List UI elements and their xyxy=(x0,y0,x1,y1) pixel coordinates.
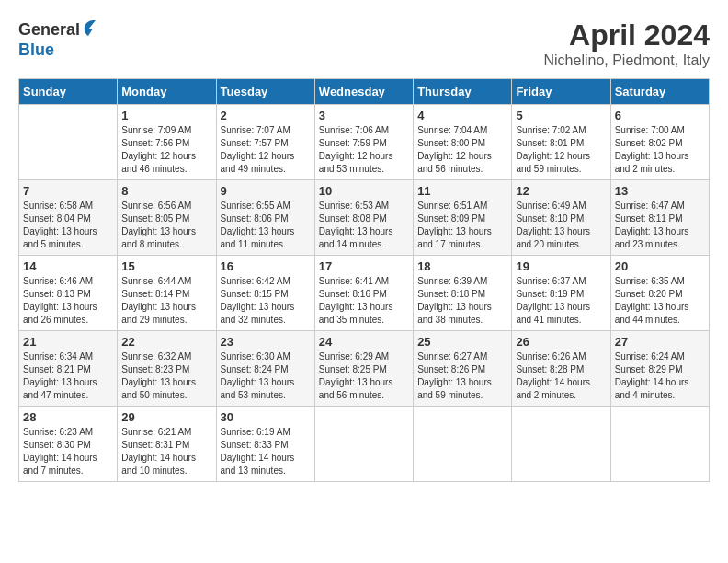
calendar-cell xyxy=(19,105,118,180)
day-info: Sunrise: 6:42 AMSunset: 8:15 PMDaylight:… xyxy=(221,275,311,327)
calendar-cell: 24Sunrise: 6:29 AMSunset: 8:25 PMDayligh… xyxy=(314,331,413,407)
calendar-week-row: 21Sunrise: 6:34 AMSunset: 8:21 PMDayligh… xyxy=(19,331,710,407)
calendar-cell: 8Sunrise: 6:56 AMSunset: 8:05 PMDaylight… xyxy=(118,180,216,256)
day-number: 27 xyxy=(615,335,705,349)
day-number: 14 xyxy=(23,259,113,273)
calendar-cell: 11Sunrise: 6:51 AMSunset: 8:09 PMDayligh… xyxy=(414,180,512,256)
day-info: Sunrise: 6:56 AMSunset: 8:05 PMDaylight:… xyxy=(121,200,211,251)
logo-general: General xyxy=(18,20,80,40)
day-info: Sunrise: 6:26 AMSunset: 8:28 PMDaylight:… xyxy=(516,350,606,402)
calendar-cell: 6Sunrise: 7:00 AMSunset: 8:02 PMDaylight… xyxy=(610,105,709,180)
calendar-cell: 25Sunrise: 6:27 AMSunset: 8:26 PMDayligh… xyxy=(414,331,512,407)
day-info: Sunrise: 6:41 AMSunset: 8:16 PMDaylight:… xyxy=(319,275,409,327)
calendar-week-row: 14Sunrise: 6:46 AMSunset: 8:13 PMDayligh… xyxy=(19,256,710,331)
day-number: 9 xyxy=(221,184,311,198)
col-wednesday: Wednesday xyxy=(314,79,413,105)
day-info: Sunrise: 6:58 AMSunset: 8:04 PMDaylight:… xyxy=(23,200,113,251)
col-tuesday: Tuesday xyxy=(216,79,314,105)
calendar-cell: 12Sunrise: 6:49 AMSunset: 8:10 PMDayligh… xyxy=(512,180,610,256)
day-number: 2 xyxy=(221,109,311,122)
calendar-cell: 18Sunrise: 6:39 AMSunset: 8:18 PMDayligh… xyxy=(414,256,512,331)
day-info: Sunrise: 6:19 AMSunset: 8:33 PMDaylight:… xyxy=(221,426,311,477)
day-info: Sunrise: 6:24 AMSunset: 8:29 PMDaylight:… xyxy=(615,350,705,402)
calendar-cell: 27Sunrise: 6:24 AMSunset: 8:29 PMDayligh… xyxy=(610,331,709,407)
day-number: 5 xyxy=(516,109,606,122)
day-info: Sunrise: 6:51 AMSunset: 8:09 PMDaylight:… xyxy=(417,200,507,251)
calendar-table: Sunday Monday Tuesday Wednesday Thursday… xyxy=(18,78,710,482)
day-number: 24 xyxy=(319,335,409,349)
day-number: 25 xyxy=(417,335,507,349)
day-info: Sunrise: 6:29 AMSunset: 8:25 PMDaylight:… xyxy=(319,350,409,402)
calendar-cell: 7Sunrise: 6:58 AMSunset: 8:04 PMDaylight… xyxy=(19,180,118,256)
day-number: 22 xyxy=(121,335,211,349)
day-number: 7 xyxy=(23,184,113,198)
calendar-cell: 16Sunrise: 6:42 AMSunset: 8:15 PMDayligh… xyxy=(216,256,314,331)
day-info: Sunrise: 6:21 AMSunset: 8:31 PMDaylight:… xyxy=(121,426,211,477)
calendar-cell: 28Sunrise: 6:23 AMSunset: 8:30 PMDayligh… xyxy=(19,407,118,482)
day-number: 17 xyxy=(319,259,409,273)
calendar-cell: 29Sunrise: 6:21 AMSunset: 8:31 PMDayligh… xyxy=(118,407,216,482)
day-info: Sunrise: 6:55 AMSunset: 8:06 PMDaylight:… xyxy=(221,200,311,251)
calendar-cell: 26Sunrise: 6:26 AMSunset: 8:28 PMDayligh… xyxy=(512,331,610,407)
day-info: Sunrise: 7:07 AMSunset: 7:57 PMDaylight:… xyxy=(221,124,311,176)
calendar-cell: 1Sunrise: 7:09 AMSunset: 7:56 PMDaylight… xyxy=(118,105,216,180)
calendar-cell: 9Sunrise: 6:55 AMSunset: 8:06 PMDaylight… xyxy=(216,180,314,256)
day-number: 23 xyxy=(221,335,311,349)
day-info: Sunrise: 6:47 AMSunset: 8:11 PMDaylight:… xyxy=(615,200,705,251)
day-info: Sunrise: 7:00 AMSunset: 8:02 PMDaylight:… xyxy=(615,124,705,176)
day-info: Sunrise: 6:37 AMSunset: 8:19 PMDaylight:… xyxy=(516,275,606,327)
day-info: Sunrise: 7:04 AMSunset: 8:00 PMDaylight:… xyxy=(417,124,507,176)
col-sunday: Sunday xyxy=(19,79,118,105)
day-number: 29 xyxy=(121,410,211,424)
calendar-cell: 10Sunrise: 6:53 AMSunset: 8:08 PMDayligh… xyxy=(314,180,413,256)
day-info: Sunrise: 6:49 AMSunset: 8:10 PMDaylight:… xyxy=(516,200,606,251)
day-info: Sunrise: 6:32 AMSunset: 8:23 PMDaylight:… xyxy=(121,350,211,402)
calendar-header-row: Sunday Monday Tuesday Wednesday Thursday… xyxy=(19,79,710,105)
calendar-cell xyxy=(512,407,610,482)
day-number: 15 xyxy=(121,259,211,273)
calendar-cell: 2Sunrise: 7:07 AMSunset: 7:57 PMDaylight… xyxy=(216,105,314,180)
day-info: Sunrise: 7:09 AMSunset: 7:56 PMDaylight:… xyxy=(121,124,211,176)
day-number: 11 xyxy=(417,184,507,198)
day-number: 13 xyxy=(615,184,705,198)
calendar-cell: 30Sunrise: 6:19 AMSunset: 8:33 PMDayligh… xyxy=(216,407,314,482)
month-title: April 2024 xyxy=(543,18,710,52)
day-info: Sunrise: 6:27 AMSunset: 8:26 PMDaylight:… xyxy=(417,350,507,402)
calendar-cell: 22Sunrise: 6:32 AMSunset: 8:23 PMDayligh… xyxy=(118,331,216,407)
day-info: Sunrise: 6:30 AMSunset: 8:24 PMDaylight:… xyxy=(221,350,311,402)
calendar-cell xyxy=(610,407,709,482)
day-info: Sunrise: 6:35 AMSunset: 8:20 PMDaylight:… xyxy=(615,275,705,327)
calendar-cell: 3Sunrise: 7:06 AMSunset: 7:59 PMDaylight… xyxy=(314,105,413,180)
location-title: Nichelino, Piedmont, Italy xyxy=(543,52,710,69)
col-saturday: Saturday xyxy=(610,79,709,105)
calendar-week-row: 7Sunrise: 6:58 AMSunset: 8:04 PMDaylight… xyxy=(19,180,710,256)
day-number: 3 xyxy=(319,109,409,122)
calendar-week-row: 28Sunrise: 6:23 AMSunset: 8:30 PMDayligh… xyxy=(19,407,710,482)
day-number: 12 xyxy=(516,184,606,198)
day-info: Sunrise: 7:06 AMSunset: 7:59 PMDaylight:… xyxy=(319,124,409,176)
day-info: Sunrise: 6:44 AMSunset: 8:14 PMDaylight:… xyxy=(121,275,211,327)
logo-icon xyxy=(82,18,104,40)
calendar-week-row: 1Sunrise: 7:09 AMSunset: 7:56 PMDaylight… xyxy=(19,105,710,180)
day-number: 16 xyxy=(221,259,311,273)
day-info: Sunrise: 6:53 AMSunset: 8:08 PMDaylight:… xyxy=(319,200,409,251)
day-number: 4 xyxy=(417,109,507,122)
calendar-cell: 21Sunrise: 6:34 AMSunset: 8:21 PMDayligh… xyxy=(19,331,118,407)
day-info: Sunrise: 7:02 AMSunset: 8:01 PMDaylight:… xyxy=(516,124,606,176)
calendar-cell: 23Sunrise: 6:30 AMSunset: 8:24 PMDayligh… xyxy=(216,331,314,407)
calendar-cell: 20Sunrise: 6:35 AMSunset: 8:20 PMDayligh… xyxy=(610,256,709,331)
calendar-cell: 5Sunrise: 7:02 AMSunset: 8:01 PMDaylight… xyxy=(512,105,610,180)
day-number: 1 xyxy=(121,109,211,122)
calendar-cell: 13Sunrise: 6:47 AMSunset: 8:11 PMDayligh… xyxy=(610,180,709,256)
day-number: 6 xyxy=(615,109,705,122)
logo: General Blue xyxy=(18,18,104,60)
day-number: 10 xyxy=(319,184,409,198)
day-number: 18 xyxy=(417,259,507,273)
calendar-cell: 17Sunrise: 6:41 AMSunset: 8:16 PMDayligh… xyxy=(314,256,413,331)
day-number: 26 xyxy=(516,335,606,349)
col-thursday: Thursday xyxy=(414,79,512,105)
day-number: 21 xyxy=(23,335,113,349)
logo-blue: Blue xyxy=(18,40,54,60)
day-info: Sunrise: 6:39 AMSunset: 8:18 PMDaylight:… xyxy=(417,275,507,327)
calendar-cell: 14Sunrise: 6:46 AMSunset: 8:13 PMDayligh… xyxy=(19,256,118,331)
